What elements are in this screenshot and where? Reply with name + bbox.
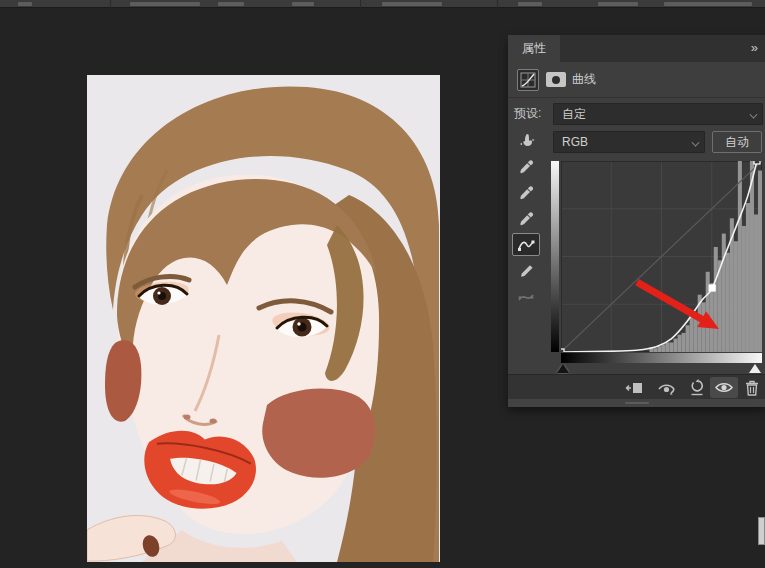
black-point-eyedropper-icon[interactable]	[512, 155, 540, 178]
adjustment-title: 曲线	[572, 62, 596, 97]
topbar-fragment	[218, 2, 244, 6]
collapse-panel-icon[interactable]: »	[751, 35, 757, 62]
delete-trash-icon[interactable]	[741, 377, 763, 398]
topbar-fragment	[382, 2, 442, 6]
panel-bottom-toolbar	[508, 374, 765, 399]
white-point-eyedropper-icon[interactable]	[512, 207, 540, 230]
clip-to-layer-icon[interactable]	[623, 377, 645, 398]
preset-dropdown[interactable]: 自定	[553, 103, 763, 125]
input-gradient-bar	[561, 353, 762, 363]
curve-point-marker[interactable]	[561, 349, 564, 352]
photoshop-window: 属性 » 曲线 预设: 自定	[0, 0, 765, 568]
preset-label: 预设:	[514, 101, 541, 127]
topbar-separator	[110, 0, 111, 8]
channel-dropdown[interactable]: RGB	[553, 131, 705, 153]
chevron-down-icon	[750, 111, 757, 118]
properties-panel: 属性 » 曲线 预设: 自定	[508, 35, 765, 407]
options-bar	[0, 0, 765, 8]
topbar-fragment	[518, 2, 542, 6]
gray-point-eyedropper-icon[interactable]	[512, 181, 540, 204]
topbar-fragment	[664, 2, 752, 6]
preset-row: 预设: 自定	[508, 101, 765, 127]
curve-grid[interactable]	[561, 161, 762, 352]
divider	[508, 97, 765, 98]
adjustment-header: 曲线	[508, 62, 765, 97]
chevron-down-icon	[692, 139, 699, 146]
reset-icon[interactable]	[686, 377, 708, 398]
topbar-fragment	[292, 2, 314, 6]
curves-adjustment-icon[interactable]	[517, 69, 539, 91]
output-gradient-bar	[551, 161, 559, 352]
resize-nub	[625, 402, 649, 404]
tab-properties[interactable]: 属性	[508, 35, 560, 62]
smooth-curve-icon[interactable]	[512, 285, 540, 308]
canvas-photo[interactable]	[87, 75, 440, 562]
channel-row: RGB 自动	[508, 127, 765, 155]
topbar-separator	[360, 0, 361, 8]
auto-button[interactable]: 自动	[712, 131, 762, 153]
layer-mask-icon[interactable]	[546, 72, 566, 87]
curve-point-marker[interactable]	[709, 285, 715, 291]
panel-tab-bar: 属性 »	[508, 35, 765, 62]
mask-dot	[552, 76, 560, 84]
visibility-eye-icon[interactable]	[710, 377, 738, 398]
topbar-fragment	[18, 2, 32, 6]
topbar-fragment	[130, 2, 200, 6]
highlight-input-slider[interactable]	[749, 364, 761, 373]
edit-points-curve-icon[interactable]	[512, 233, 540, 256]
curve-tools-column	[512, 155, 546, 311]
pencil-icon[interactable]	[512, 259, 540, 282]
curve-point-marker[interactable]	[754, 161, 760, 164]
panel-resize-handle[interactable]	[508, 399, 765, 407]
view-previous-state-icon[interactable]	[656, 377, 678, 398]
portrait-illustration	[87, 75, 440, 562]
scrollbar-fragment[interactable]	[758, 517, 765, 545]
channel-value: RGB	[562, 135, 588, 149]
preset-value: 自定	[562, 107, 586, 121]
topbar-fragment	[598, 2, 638, 6]
targeted-adjustment-hand-icon[interactable]	[516, 129, 538, 151]
blush-patch-right	[262, 389, 375, 478]
topbar-separator	[497, 0, 498, 8]
shadow-input-slider[interactable]	[557, 364, 569, 373]
